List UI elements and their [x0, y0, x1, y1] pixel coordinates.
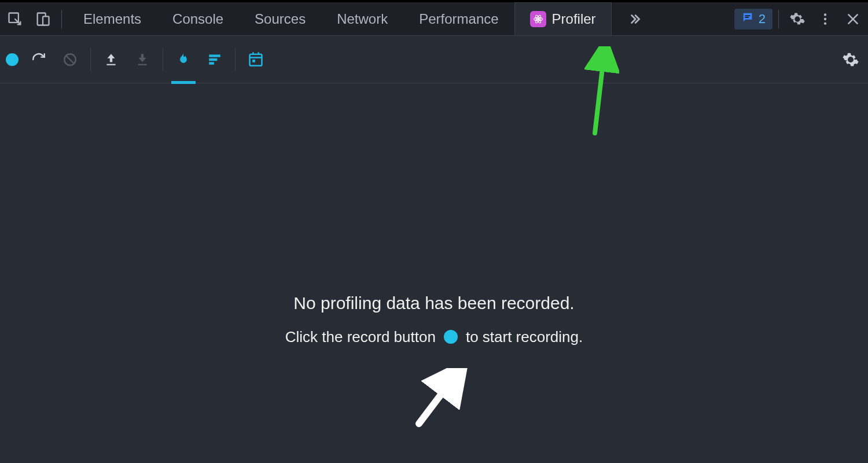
tab-elements[interactable]: Elements — [68, 2, 157, 35]
divider — [61, 10, 62, 28]
profiler-settings-button[interactable] — [833, 36, 868, 83]
issues-count: 2 — [759, 12, 766, 27]
more-vert-icon[interactable] — [812, 6, 838, 32]
tab-label: Performance — [419, 11, 498, 27]
message-icon — [741, 11, 754, 27]
profiler-toolbar — [0, 36, 868, 83]
devtools-tabbar: Elements Console Sources Network Perform… — [0, 0, 868, 36]
tab-network[interactable]: Network — [321, 2, 403, 35]
tab-console[interactable]: Console — [157, 2, 239, 35]
tab-sources[interactable]: Sources — [239, 2, 321, 35]
close-icon[interactable] — [840, 6, 866, 32]
divider — [778, 10, 779, 28]
save-profile-button[interactable] — [127, 36, 158, 83]
tab-label: Profiler — [552, 11, 596, 27]
inspect-element-icon[interactable] — [2, 6, 28, 32]
chevron-double-right-icon[interactable] — [622, 6, 648, 32]
flamegraph-button[interactable] — [168, 36, 199, 83]
load-profile-button[interactable] — [95, 36, 127, 83]
react-logo-icon — [530, 11, 546, 27]
svg-rect-17 — [209, 62, 214, 64]
svg-rect-13 — [106, 64, 115, 65]
tab-label: Network — [337, 11, 388, 27]
record-icon — [6, 53, 19, 66]
svg-point-10 — [824, 17, 826, 20]
divider — [235, 48, 236, 71]
empty-state-sub-after: to start recording. — [466, 328, 583, 346]
svg-rect-15 — [209, 54, 220, 57]
svg-rect-19 — [252, 60, 255, 63]
device-toolbar-icon[interactable] — [30, 6, 56, 32]
svg-rect-16 — [209, 58, 217, 60]
svg-rect-8 — [745, 17, 748, 18]
timeline-button[interactable] — [240, 36, 271, 83]
divider — [90, 48, 91, 71]
tab-label: Sources — [255, 11, 306, 27]
profiler-empty-state: No profiling data has been recorded. Cli… — [0, 83, 868, 463]
tab-profiler[interactable]: Profiler — [514, 2, 612, 35]
devtools-tablist: Elements Console Sources Network Perform… — [68, 2, 612, 35]
reload-button[interactable] — [23, 36, 54, 83]
svg-rect-18 — [250, 54, 262, 65]
svg-point-3 — [537, 18, 539, 20]
clear-button[interactable] — [54, 36, 86, 83]
tab-label: Elements — [83, 11, 141, 27]
gear-icon[interactable] — [785, 6, 810, 32]
empty-state-sub-before: Click the record button — [285, 328, 436, 346]
ranked-button[interactable] — [199, 36, 230, 83]
empty-state-subtext: Click the record button to start recordi… — [285, 328, 583, 346]
console-issues-badge[interactable]: 2 — [734, 9, 773, 30]
svg-point-11 — [824, 22, 826, 24]
svg-rect-14 — [138, 64, 146, 65]
record-button[interactable] — [0, 36, 23, 83]
svg-point-9 — [824, 13, 826, 16]
svg-rect-7 — [745, 15, 750, 16]
tab-performance[interactable]: Performance — [403, 2, 514, 35]
divider — [163, 48, 163, 71]
record-icon — [444, 330, 458, 344]
svg-rect-2 — [43, 16, 49, 25]
tab-label: Console — [172, 11, 223, 27]
empty-state-heading: No profiling data has been recorded. — [293, 293, 574, 313]
